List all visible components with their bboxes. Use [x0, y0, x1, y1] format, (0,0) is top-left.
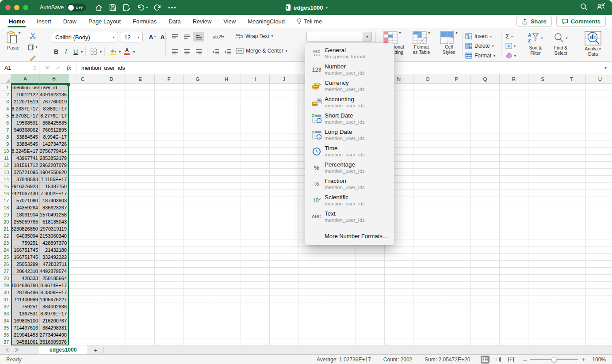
cell-F19[interactable]	[155, 211, 184, 218]
merge-center-chevron-icon[interactable]: ▾	[286, 49, 287, 53]
find-select-button[interactable]: ▾ Find &Select	[549, 31, 572, 56]
cell-S7[interactable]	[528, 126, 557, 133]
cell-P23[interactable]	[442, 239, 471, 246]
cell-G34[interactable]	[184, 317, 212, 324]
cell-C20[interactable]	[69, 218, 97, 225]
cell-I27[interactable]	[241, 268, 270, 275]
cell-D33[interactable]	[97, 310, 126, 317]
cell-I31[interactable]	[241, 296, 270, 303]
column-header-O[interactable]: O	[413, 74, 442, 84]
cell-S3[interactable]	[528, 98, 557, 105]
cell-F13[interactable]	[155, 169, 184, 176]
cell-R17[interactable]	[500, 197, 528, 204]
cell-R1[interactable]	[500, 84, 528, 91]
cell-P32[interactable]	[442, 303, 471, 310]
cell-Q35[interactable]	[471, 324, 500, 331]
cell-J35[interactable]	[270, 324, 298, 331]
row-header-1[interactable]: 1	[0, 84, 11, 91]
cell-T20[interactable]	[557, 218, 586, 225]
cell-U18[interactable]	[586, 204, 612, 211]
cell-C31[interactable]	[69, 296, 97, 303]
cell-N31[interactable]	[385, 296, 413, 303]
align-center-button[interactable]	[181, 47, 192, 57]
cell-J7[interactable]	[270, 126, 298, 133]
cell-A2[interactable]: 10012122	[11, 91, 40, 98]
row-header-33[interactable]: 33	[0, 310, 11, 317]
cell-J6[interactable]	[270, 119, 298, 126]
cell-D30[interactable]	[97, 289, 126, 296]
copy-chevron-icon[interactable]: ▾	[35, 45, 37, 49]
cell-H22[interactable]	[212, 232, 241, 239]
cell-U13[interactable]	[586, 169, 612, 176]
home-icon[interactable]	[95, 4, 103, 11]
cell-A3[interactable]: 212071519	[11, 98, 40, 105]
cell-O37[interactable]	[413, 338, 442, 345]
borders-chevron-icon[interactable]: ▾	[100, 50, 102, 54]
cell-R13[interactable]	[500, 169, 528, 176]
insert-chevron-icon[interactable]: ▾	[490, 34, 492, 38]
cell-E12[interactable]	[126, 162, 155, 169]
tab-home[interactable]: Home	[9, 15, 25, 27]
cell-D5[interactable]	[97, 112, 126, 119]
cell-C1[interactable]	[69, 84, 97, 91]
cell-C14[interactable]	[69, 176, 97, 183]
cell-K28[interactable]	[298, 275, 327, 282]
cell-O1[interactable]	[413, 84, 442, 91]
row-header-34[interactable]: 34	[0, 317, 11, 324]
share-button[interactable]: Share	[516, 16, 552, 27]
cell-S14[interactable]	[528, 176, 557, 183]
cell-B5[interactable]: 8.2776E+17	[40, 112, 69, 119]
cell-A23[interactable]: 759251	[11, 239, 40, 246]
cell-E26[interactable]	[126, 261, 155, 268]
cell-M31[interactable]	[356, 296, 385, 303]
cell-A15[interactable]: 2916376923	[11, 183, 40, 190]
cell-G25[interactable]	[184, 254, 212, 261]
cell-H32[interactable]	[212, 303, 241, 310]
more-number-formats-item[interactable]: More Number Formats...	[305, 228, 394, 244]
cell-S18[interactable]	[528, 204, 557, 211]
column-header-E[interactable]: E	[126, 74, 155, 84]
autosave-toggle[interactable]: AutoSave OFF	[40, 4, 86, 11]
font-color-chevron-icon[interactable]: ▾	[133, 50, 135, 54]
column-header-J[interactable]: J	[270, 74, 298, 84]
cell-T5[interactable]	[557, 112, 586, 119]
cell-J8[interactable]	[270, 133, 298, 140]
cell-Q23[interactable]	[471, 239, 500, 246]
cell-I6[interactable]	[241, 119, 270, 126]
cell-B32[interactable]: 384002836	[40, 303, 69, 310]
cell-P13[interactable]	[442, 169, 471, 176]
cell-J9[interactable]	[270, 140, 298, 148]
font-size-select[interactable]: 12 ▾	[121, 32, 143, 42]
row-header-11[interactable]: 11	[0, 155, 11, 162]
cell-C37[interactable]	[69, 338, 97, 345]
cell-S28[interactable]	[528, 275, 557, 282]
cell-B31[interactable]: 1405976227	[40, 296, 69, 303]
cell-E28[interactable]	[126, 275, 155, 282]
cell-R15[interactable]	[500, 183, 528, 190]
autosave-switch[interactable]: OFF	[67, 4, 86, 11]
undo-chevron-icon[interactable]: ▾	[146, 6, 148, 10]
cell-A13[interactable]: 375721095	[11, 169, 40, 176]
cell-R28[interactable]	[500, 275, 528, 282]
cell-C32[interactable]	[69, 303, 97, 310]
cell-L28[interactable]	[327, 275, 356, 282]
cell-L35[interactable]	[327, 324, 356, 331]
row-header-23[interactable]: 23	[0, 239, 11, 246]
comments-button[interactable]: Comments	[556, 16, 606, 27]
row-header-31[interactable]: 31	[0, 296, 11, 303]
cell-L33[interactable]	[327, 310, 356, 317]
cell-D31[interactable]	[97, 296, 126, 303]
cell-F4[interactable]	[155, 105, 184, 112]
row-header-29[interactable]: 29	[0, 282, 11, 289]
cell-T31[interactable]	[557, 296, 586, 303]
cell-L36[interactable]	[327, 331, 356, 338]
cell-U29[interactable]	[586, 282, 612, 289]
cell-F20[interactable]	[155, 218, 184, 225]
borders-button[interactable]	[88, 47, 99, 57]
cell-H4[interactable]	[212, 105, 241, 112]
cell-B18[interactable]: 836623267	[40, 204, 69, 211]
cell-D28[interactable]	[97, 275, 126, 282]
cell-U9[interactable]	[586, 140, 612, 148]
paste-chevron-icon[interactable]: ▾	[19, 31, 20, 35]
row-header-7[interactable]: 7	[0, 126, 11, 133]
